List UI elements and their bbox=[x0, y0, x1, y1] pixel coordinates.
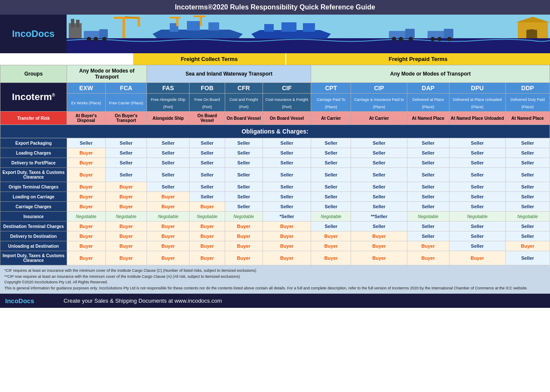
cell-1-7: Seller bbox=[351, 148, 407, 158]
cell-7-9: Negotiable bbox=[449, 212, 505, 222]
row-label-2: Delivery to Port/Place bbox=[0, 158, 67, 168]
row-label-3: Export Duty, Taxes & Customs Clearance bbox=[0, 168, 67, 182]
cell-9-10: Seller bbox=[505, 231, 550, 241]
svg-rect-18 bbox=[170, 17, 180, 18]
cell-8-2: Buyer bbox=[147, 222, 189, 231]
svg-point-26 bbox=[392, 37, 396, 41]
col-sub-cfr: Cost and Freight (Port) bbox=[225, 94, 263, 112]
svg-point-31 bbox=[431, 37, 435, 41]
risk-dap: At Named Place bbox=[407, 112, 449, 125]
illustration-svg bbox=[67, 15, 550, 53]
svg-rect-21 bbox=[264, 24, 274, 32]
col-sub-fob: Free On Board (Port) bbox=[189, 94, 225, 112]
row-label-8: Destination Terminal Charges bbox=[0, 222, 67, 231]
row-label-11: Import Duty, Taxes & Customs Clearance bbox=[0, 251, 67, 265]
risk-dpu: At Named Place Unloaded bbox=[449, 112, 505, 125]
groups-row: Groups Any Mode or Modes of Transport Se… bbox=[0, 65, 550, 83]
col-sub-cpt: Carriage Paid To (Place) bbox=[311, 94, 351, 112]
data-row-7: InsuranceNegotiableNegotiableNegotiableN… bbox=[0, 212, 550, 222]
illustration-area bbox=[67, 15, 550, 53]
cell-0-8: Seller bbox=[407, 138, 449, 148]
cell-0-1: Seller bbox=[105, 138, 147, 148]
cell-1-0: Buyer bbox=[67, 148, 106, 158]
cell-9-8: Seller bbox=[407, 231, 449, 241]
svg-rect-5 bbox=[84, 31, 101, 38]
cell-10-5: Buyer bbox=[263, 241, 311, 251]
cell-5-1: Buyer bbox=[105, 192, 147, 202]
cell-5-5: Seller bbox=[263, 192, 311, 202]
cell-0-9: Seller bbox=[449, 138, 505, 148]
cell-10-9: Seller bbox=[449, 241, 505, 251]
header-section: IncoDocs bbox=[0, 15, 550, 53]
cell-8-1: Buyer bbox=[105, 222, 147, 231]
cell-3-8: Seller bbox=[407, 168, 449, 182]
col-header-cip: CIP bbox=[351, 83, 407, 94]
cell-4-7: Seller bbox=[351, 182, 407, 192]
cell-6-9: Seller bbox=[449, 202, 505, 212]
cell-8-10: Seller bbox=[505, 222, 550, 231]
cell-2-7: Seller bbox=[351, 158, 407, 168]
col-header-ddp: DDP bbox=[505, 83, 550, 94]
risk-cpt: At Carrier bbox=[311, 112, 351, 125]
cell-6-5: Seller bbox=[263, 202, 311, 212]
cell-0-2: Seller bbox=[147, 138, 189, 148]
svg-rect-15 bbox=[187, 21, 200, 30]
cell-5-9: Seller bbox=[449, 192, 505, 202]
cell-7-2: Negotiable bbox=[147, 212, 189, 222]
risk-fas: Alongside Ship bbox=[147, 112, 189, 125]
freight-collect-label: Freight Collect Terms bbox=[133, 53, 286, 65]
svg-rect-22 bbox=[281, 22, 296, 32]
note-cip: **CIP now requires at least an insurance… bbox=[4, 274, 546, 280]
obligations-label: Obligations & Charges: bbox=[0, 125, 550, 138]
risk-cip: At Carrier bbox=[351, 112, 407, 125]
svg-rect-23 bbox=[303, 23, 315, 32]
footer-logo: IncoDocs bbox=[5, 297, 57, 304]
footer-logo-suffix: Docs bbox=[18, 297, 34, 304]
risk-ddp: At Named Place bbox=[505, 112, 550, 125]
cell-4-0: Buyer bbox=[67, 182, 106, 192]
row-label-10: Unloading at Destination bbox=[0, 241, 67, 251]
cell-5-6: Seller bbox=[311, 192, 351, 202]
cell-5-2: Buyer bbox=[147, 192, 189, 202]
logo-area: IncoDocs bbox=[0, 15, 67, 53]
cell-8-6: Seller bbox=[311, 222, 351, 231]
cell-6-10: Seller bbox=[505, 202, 550, 212]
cell-6-6: Seller bbox=[311, 202, 351, 212]
cell-7-4: Negotiable bbox=[225, 212, 263, 222]
group-any-mode-1: Any Mode or Modes of Transport bbox=[67, 65, 147, 83]
col-header-fas: FAS bbox=[147, 83, 189, 94]
cell-9-4: Buyer bbox=[225, 231, 263, 241]
cell-10-1: Buyer bbox=[105, 241, 147, 251]
cell-4-9: Seller bbox=[449, 182, 505, 192]
cell-11-1: Buyer bbox=[105, 251, 147, 265]
col-sub-fas: Free Alongside Ship (Port) bbox=[147, 94, 189, 112]
col-header-cpt: CPT bbox=[311, 83, 351, 94]
cell-8-8: Seller bbox=[407, 222, 449, 231]
note-copyright: Copyright ©2020 IncoSolutions Pty Ltd. A… bbox=[4, 280, 546, 286]
cell-5-3: Seller bbox=[189, 192, 225, 202]
svg-point-32 bbox=[437, 37, 442, 41]
main-table: Groups Any Mode or Modes of Transport Se… bbox=[0, 65, 550, 265]
cell-3-1: Seller bbox=[105, 168, 147, 182]
cell-2-5: Seller bbox=[263, 158, 311, 168]
col-header-fob: FOB bbox=[189, 83, 225, 94]
cell-5-4: Seller bbox=[225, 192, 263, 202]
cell-0-4: Seller bbox=[225, 138, 263, 148]
col-header-cif: CIF bbox=[263, 83, 311, 94]
cell-11-8: Buyer bbox=[407, 251, 449, 265]
svg-rect-10 bbox=[122, 17, 125, 38]
data-row-11: Import Duty, Taxes & Customs ClearanceBu… bbox=[0, 251, 550, 265]
data-row-8: Destination Terminal ChargesBuyerBuyerBu… bbox=[0, 222, 550, 231]
cell-2-8: Seller bbox=[407, 158, 449, 168]
row-label-4: Origin Terminal Charges bbox=[0, 182, 67, 192]
data-row-3: Export Duty, Taxes & Customs ClearanceBu… bbox=[0, 168, 550, 182]
cell-4-2: Seller bbox=[147, 182, 189, 192]
logo-suffix: Docs bbox=[31, 28, 55, 39]
cell-4-6: Seller bbox=[311, 182, 351, 192]
cell-10-7: Buyer bbox=[351, 241, 407, 251]
cell-10-8: Buyer bbox=[407, 241, 449, 251]
freight-banner: Freight Collect Terms Freight Prepaid Te… bbox=[0, 53, 550, 65]
cell-7-10: Negotiable bbox=[505, 212, 550, 222]
data-row-6: Carriage ChargesBuyerBuyerBuyerBuyerSell… bbox=[0, 202, 550, 212]
cell-7-5: *Seller bbox=[263, 212, 311, 222]
